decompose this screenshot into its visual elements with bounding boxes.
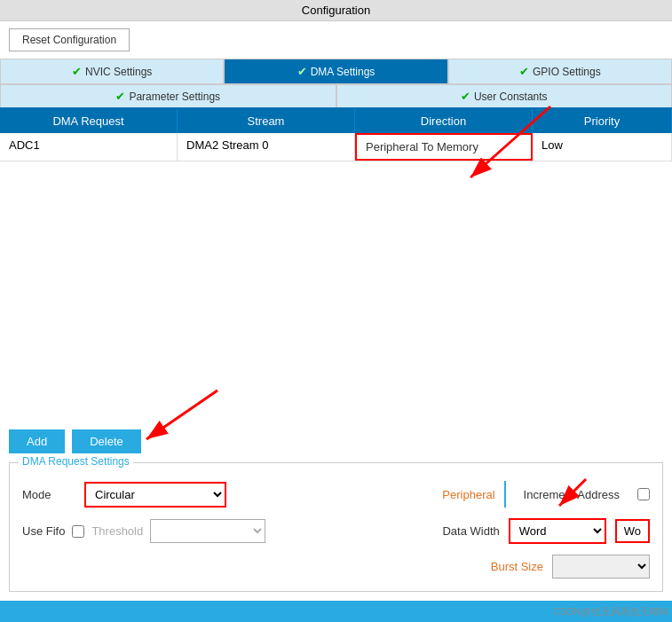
burst-size-select[interactable] [552,555,650,579]
nvic-check-icon: ✔ [72,65,82,78]
data-width-select[interactable]: Byte Half Word Word [509,518,606,544]
data-width-label: Data Width [442,524,499,538]
mode-row: Mode Normal Circular Peripheral Incremen… [22,481,650,508]
increment-address-label: Increment Address [524,488,620,501]
data-width-section: Data Width Byte Half Word Word Wo [442,518,650,544]
fifo-row: Use Fifo Threshold Data Width Byte Half … [22,518,650,544]
burst-size-label: Burst Size [491,560,543,573]
param-check-icon: ✔ [115,90,125,103]
toolbar: Reset Configuration [0,21,672,59]
window-title: Configuration [302,4,370,17]
settings-group-label: DMA Request Settings [19,455,133,468]
reset-configuration-button[interactable]: Reset Configuration [9,28,130,51]
dma-check-icon: ✔ [297,65,307,78]
threshold-label: Threshold [91,524,143,538]
col-priority: Priority [533,109,672,133]
table-row[interactable]: ADC1 DMA2 Stream 0 Peripheral To Memory … [0,133,672,161]
tab-dma-settings[interactable]: ✔ DMA Settings [224,59,447,83]
mode-label: Mode [22,488,67,501]
tabs-row2: ✔ Parameter Settings ✔ User Constants [0,84,672,109]
title-bar: Configuration [0,0,672,21]
tab-nvic-settings[interactable]: ✔ NVIC Settings [0,59,224,83]
tab-gpio-settings[interactable]: ✔ GPIO Settings [448,59,672,83]
cell-priority: Low [533,133,672,161]
wo-box: Wo [615,519,650,543]
mode-select[interactable]: Normal Circular [84,482,226,508]
tab-parameter-settings[interactable]: ✔ Parameter Settings [0,84,336,107]
tab-user-label: User Constants [474,91,548,103]
add-button[interactable]: Add [9,429,65,453]
burst-row: Burst Size [22,555,650,579]
cell-stream: DMA2 Stream 0 [178,133,355,161]
peripheral-label: Peripheral [442,488,494,501]
cell-adc1: ADC1 [0,133,178,161]
table-spacer [0,161,672,421]
dma-request-settings: DMA Request Settings Mode Normal Circula… [9,462,663,592]
increment-address-checkbox[interactable] [637,488,650,500]
tab-param-label: Parameter Settings [129,91,220,103]
tab-nvic-label: NVIC Settings [85,66,152,78]
col-dma-request: DMA Request [0,109,178,133]
watermark: CSDN@也无风雨也无晴W [553,605,668,618]
threshold-select[interactable] [150,519,265,543]
col-direction: Direction [355,109,533,133]
tab-gpio-label: GPIO Settings [533,66,601,78]
cell-direction: Peripheral To Memory [355,133,533,161]
peripheral-section: Peripheral [442,481,505,508]
gpio-check-icon: ✔ [519,65,529,78]
user-check-icon: ✔ [461,90,470,103]
col-divider [504,481,506,508]
use-fifo-checkbox[interactable] [72,525,84,538]
tabs-row1: ✔ NVIC Settings ✔ DMA Settings ✔ GPIO Se… [0,59,672,84]
col-stream: Stream [178,109,355,133]
tab-dma-label: DMA Settings [311,66,376,78]
tab-user-constants[interactable]: ✔ User Constants [336,84,673,107]
table-header: DMA Request Stream Direction Priority [0,109,672,133]
use-fifo-label: Use Fifo [22,524,65,538]
delete-button[interactable]: Delete [72,429,141,453]
